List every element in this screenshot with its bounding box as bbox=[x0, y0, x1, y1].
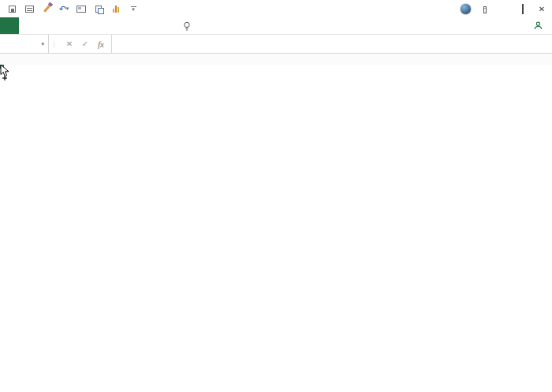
mouse-cursor bbox=[0, 65, 13, 80]
excel-window: ↶▾ ▾ ˆ ✕ bbox=[0, 0, 552, 392]
column-headers bbox=[0, 54, 552, 65]
titlebar: ↶▾ ▾ ˆ ✕ bbox=[0, 0, 552, 17]
tab-insert[interactable] bbox=[35, 17, 50, 34]
save-icon[interactable] bbox=[5, 2, 19, 15]
tab-file[interactable] bbox=[0, 17, 19, 34]
selection-outline bbox=[0, 65, 3, 68]
avatar[interactable] bbox=[460, 3, 472, 15]
formula-bar: ▾ ⋮ ✕ ✓ fx bbox=[0, 35, 552, 54]
customize-qat-icon[interactable]: ▾ bbox=[126, 2, 140, 15]
tab-home[interactable] bbox=[19, 17, 35, 34]
lightbulb-icon bbox=[183, 21, 191, 31]
tab-page-layout[interactable] bbox=[50, 17, 66, 34]
quick-access-toolbar: ↶▾ ▾ bbox=[5, 2, 140, 15]
share-button[interactable] bbox=[528, 17, 552, 34]
cancel-icon[interactable]: ✕ bbox=[62, 39, 76, 48]
copy-icon[interactable] bbox=[91, 2, 106, 15]
tab-review[interactable] bbox=[98, 17, 114, 34]
print-preview-icon[interactable] bbox=[74, 2, 88, 15]
table-view-icon[interactable] bbox=[22, 2, 36, 15]
name-box-caret-icon[interactable]: ▾ bbox=[41, 41, 44, 47]
ribbon-tabs bbox=[0, 17, 552, 35]
tab-formulas[interactable] bbox=[66, 17, 82, 34]
format-painter-icon[interactable] bbox=[39, 2, 54, 15]
person-icon bbox=[534, 21, 543, 30]
chart-icon[interactable] bbox=[109, 2, 123, 15]
ribbon-display-options-icon[interactable]: ˆ bbox=[479, 5, 490, 13]
close-button[interactable]: ✕ bbox=[536, 5, 547, 13]
enter-icon[interactable]: ✓ bbox=[78, 39, 92, 48]
tab-data[interactable] bbox=[82, 17, 98, 34]
maximize-button[interactable] bbox=[517, 5, 528, 13]
tab-pdf-tools[interactable] bbox=[161, 17, 177, 34]
name-box[interactable]: ▾ bbox=[0, 35, 49, 53]
tab-developer[interactable] bbox=[129, 17, 145, 34]
namebox-splitter: ⋮ bbox=[49, 35, 59, 53]
tell-me-search[interactable] bbox=[177, 17, 200, 34]
tab-view[interactable] bbox=[114, 17, 129, 34]
undo-icon[interactable]: ↶▾ bbox=[57, 2, 71, 15]
tab-help[interactable] bbox=[145, 17, 161, 34]
formula-input[interactable] bbox=[112, 35, 125, 53]
insert-function-icon[interactable]: fx bbox=[94, 39, 108, 49]
